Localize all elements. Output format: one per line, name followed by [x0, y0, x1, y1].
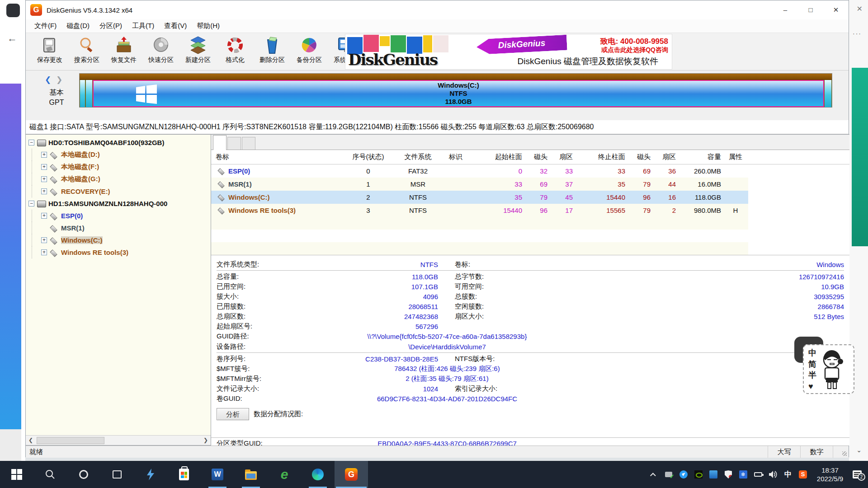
tree-item[interactable]: 本地磁盘(D:)	[26, 149, 211, 161]
tab[interactable]	[213, 135, 226, 150]
word-button[interactable]: W	[201, 461, 234, 488]
partition-block-msr[interactable]	[85, 80, 93, 107]
defender-alert-icon[interactable]	[724, 470, 733, 479]
tab[interactable]	[227, 137, 241, 150]
ime-chinese-toggle[interactable]: 中	[808, 348, 816, 358]
tab[interactable]	[242, 137, 255, 150]
taskbar-clock[interactable]: 18:37 2022/5/9	[813, 466, 847, 483]
table-row[interactable]: ESP(0) 0 FAT32 0 32 33 33 69 36 260.0MB	[211, 164, 748, 178]
table-row[interactable]: Windows(C:) 2 NTFS 35 79 45 15440 96 16 …	[211, 191, 748, 204]
menu-file[interactable]: 文件(F)	[29, 22, 61, 30]
tree-item[interactable]: Windows RE tools(3)	[26, 246, 211, 258]
save-changes-button[interactable]: 保存更改	[31, 33, 68, 69]
maximize-button[interactable]: □	[798, 0, 823, 19]
delete-partition-button[interactable]: 删除分区	[254, 33, 291, 69]
tree-expander-icon[interactable]	[41, 176, 47, 182]
tree-expander-icon[interactable]	[28, 201, 34, 206]
table-row[interactable]: MSR(1) 1 MSR 33 69 37 35 79 44 16.0MB	[211, 178, 748, 191]
recover-files-button[interactable]: 恢复文件	[105, 33, 142, 69]
tree-item[interactable]: 本地磁盘(G:)	[26, 173, 211, 185]
scrollbar-thumb[interactable]	[37, 437, 104, 444]
partition-block-windows-c[interactable]: Windows(C:) NTFS 118.0GB	[93, 80, 824, 107]
delete-partition-icon	[263, 35, 281, 56]
ime-heart-icon[interactable]: ♥	[808, 381, 816, 391]
ie-browser-button[interactable]: e	[268, 461, 301, 488]
new-partition-button[interactable]: 新建分区	[179, 33, 217, 69]
drive-icon	[50, 212, 59, 220]
ime-language-indicator[interactable]: 中	[783, 470, 793, 479]
microsoft-store-button[interactable]	[167, 461, 201, 488]
disk-tree: HD0:TOSHIBAMQ04ABF100(932GB) 本地磁盘(D:) 本地…	[26, 135, 211, 258]
tree-item[interactable]: HD0:TOSHIBAMQ04ABF100(932GB)	[26, 136, 211, 149]
tree-item[interactable]: 本地磁盘(F:)	[26, 161, 211, 173]
resize-grip[interactable]	[833, 446, 849, 458]
table-header: 卷标 序号(状态) 文件系统 标识 起始柱面 磁头 扇区 终止柱面 磁头 扇区 …	[211, 150, 849, 164]
tree-item[interactable]: ESP(0)	[26, 210, 211, 222]
tree-expander-icon[interactable]	[28, 140, 34, 145]
action-center-button[interactable]: 2	[853, 470, 862, 479]
next-disk-icon[interactable]: ❯	[56, 75, 62, 84]
file-explorer-button[interactable]	[234, 461, 268, 488]
taskbar-search-button[interactable]	[33, 461, 67, 488]
search-partition-button[interactable]: 搜索分区	[68, 33, 105, 69]
table-row[interactable]: Windows RE tools(3) 3 NTFS 15440 96 17 1…	[211, 204, 748, 217]
menu-view[interactable]: 查看(V)	[159, 22, 192, 30]
menu-help[interactable]: 帮助(H)	[192, 22, 225, 30]
tree-expander-icon[interactable]	[41, 188, 47, 194]
quick-partition-button[interactable]: 快速分区	[142, 33, 179, 69]
background-close-icon: ✕	[857, 5, 863, 13]
tree-horizontal-scrollbar[interactable]: ❮ ❯	[26, 435, 211, 445]
ime-floating-widget[interactable]: 中 简 半 ♥	[803, 344, 854, 394]
snowflake-app-icon[interactable]: ❄	[739, 470, 748, 479]
tree-expander-icon[interactable]	[41, 213, 47, 219]
backup-partition-button[interactable]: 备份分区	[291, 33, 328, 69]
printer-status-icon[interactable]	[664, 470, 673, 479]
power-icon[interactable]	[754, 470, 763, 479]
analyze-button[interactable]: 分析	[217, 408, 249, 420]
start-button[interactable]	[0, 461, 33, 488]
pinned-app-lightning[interactable]	[134, 461, 167, 488]
tree-item[interactable]: MSR(1)	[26, 222, 211, 234]
ime-halfwidth-toggle[interactable]: 半	[808, 370, 816, 380]
tree-item[interactable]: RECOVERY(E:)	[26, 185, 211, 197]
menu-partition[interactable]: 分区(P)	[94, 22, 127, 30]
tree-expander-icon[interactable]	[41, 164, 47, 170]
tree-item[interactable]: Windows(C:)	[26, 234, 211, 246]
volume-icon[interactable]	[769, 470, 778, 479]
format-button[interactable]: 格式化	[217, 33, 254, 69]
volume-label: Windows(C:)	[228, 193, 270, 201]
hidden-icons-chevron[interactable]	[649, 470, 658, 479]
minimize-button[interactable]: –	[773, 0, 798, 19]
empty-row	[211, 242, 748, 255]
sogou-input-icon[interactable]: S	[798, 470, 807, 479]
banner-tile	[363, 35, 379, 52]
banner-ribbon: DiskGenius	[476, 35, 567, 55]
intel-graphics-icon[interactable]	[709, 470, 718, 479]
recover-files-icon	[115, 35, 133, 56]
tree-expander-icon[interactable]	[41, 237, 47, 243]
tree-expander-icon[interactable]	[41, 249, 47, 255]
banner-qq-link[interactable]: 或点击此处选择QQ咨询	[601, 46, 668, 54]
windows-taskbar: W e G ❄ 中 S 18:37 2022/5/9 2	[0, 461, 868, 488]
menu-disk[interactable]: 磁盘(D)	[61, 22, 94, 30]
edge-button[interactable]	[301, 461, 335, 488]
close-button[interactable]: ✕	[823, 0, 849, 19]
bird-app-icon[interactable]	[679, 470, 688, 479]
nvidia-icon[interactable]	[694, 470, 703, 479]
scroll-left-icon[interactable]: ❮	[26, 436, 36, 446]
tree-expander-icon[interactable]	[41, 152, 47, 158]
tree-item[interactable]: HD1:SAMSUNGMZNLN128HAHQ-000	[26, 197, 211, 210]
diskgenius-taskbar-button[interactable]: G	[335, 461, 368, 488]
scroll-right-icon[interactable]: ❯	[201, 436, 211, 446]
cortana-button[interactable]	[67, 461, 100, 488]
menu-tools[interactable]: 工具(T)	[127, 22, 159, 30]
diskgenius-icon: G	[345, 468, 358, 481]
promo-banner[interactable]: DiskGenius DiskGenius 致电: 400-008-9958 或…	[345, 34, 672, 70]
ime-simplified-toggle[interactable]: 简	[808, 359, 816, 369]
task-view-button[interactable]	[100, 461, 134, 488]
partition-block-re-tools[interactable]	[824, 80, 832, 107]
partition-fs: NTFS	[438, 89, 479, 98]
tree-item-label: MSR(1)	[61, 224, 85, 232]
partition-block-esp[interactable]	[80, 80, 85, 107]
prev-disk-icon[interactable]: ❮	[45, 75, 51, 84]
